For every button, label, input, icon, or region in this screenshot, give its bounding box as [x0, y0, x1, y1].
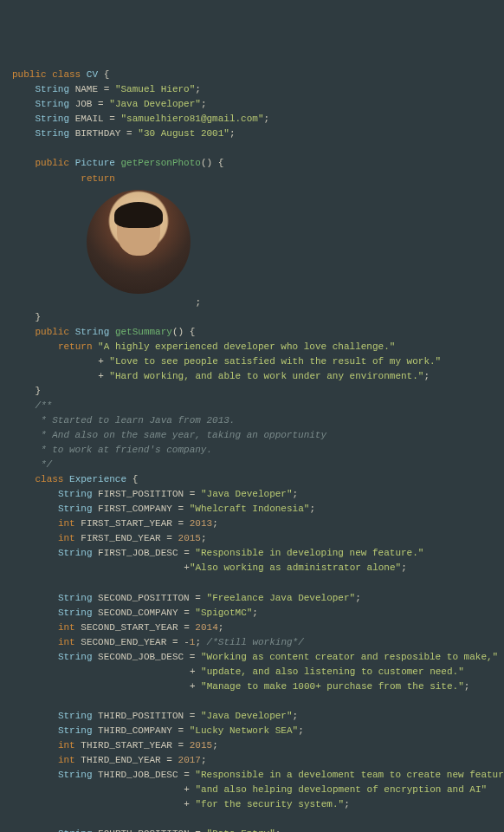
code-line: String FOURTH_POSITITON = "Data Entry";: [12, 827, 492, 832]
code-line: /**: [12, 399, 492, 413]
code-line: String JOB = "Java Developer";: [12, 97, 492, 112]
code-line: return: [12, 172, 492, 186]
code-line: String SECOND_JOB_DESC = "Working as con…: [12, 650, 492, 665]
code-line: public String getSummary() {: [12, 325, 492, 340]
code-line: * And also on the same year, taking an o…: [12, 428, 492, 443]
code-line: + "Hard working, and able to work under …: [12, 369, 492, 384]
code-line: + "Manage to make 1000+ purchase from th…: [12, 679, 492, 694]
code-line-blank: [12, 575, 492, 590]
code-line: * to work at friend's company.: [12, 443, 492, 458]
code-line: ;: [12, 296, 492, 310]
code-line: int SECOND_START_YEAR = 2014;: [12, 621, 492, 635]
code-line: String THIRD_POSITITON = "Java Developer…: [12, 709, 492, 724]
code-line: String SECOND_COMPANY = "SpigotMC";: [12, 606, 492, 621]
code-line-blank: [12, 694, 492, 709]
code-line: + "update, and also listening to custome…: [12, 665, 492, 679]
code-line: */: [12, 458, 492, 472]
code-line: String FIRST_JOB_DESC = "Responsible in …: [12, 546, 492, 561]
code-line: public Picture getPersonPhoto() {: [12, 156, 492, 171]
code-line: int THIRD_START_YEAR = 2015;: [12, 738, 492, 753]
code-line: public class CV {: [12, 68, 492, 82]
code-line: String BIRTHDAY = "30 August 2001";: [12, 127, 492, 141]
code-line: * Started to learn Java from 2013.: [12, 413, 492, 428]
code-line: int FIRST_START_YEAR = 2013;: [12, 517, 492, 531]
code-line: + "Love to see people satisfied with the…: [12, 354, 492, 369]
code-line: String THIRD_JOB_DESC = "Responsible in …: [12, 768, 492, 783]
code-line: }: [12, 310, 492, 325]
code-line: String SECOND_POSITITON = "Freelance Jav…: [12, 591, 492, 606]
code-line: int SECOND_END_YEAR = -1; /*Still workin…: [12, 635, 492, 650]
code-line: return "A highly experienced developer w…: [12, 340, 492, 354]
code-line: }: [12, 384, 492, 399]
code-line: int THIRD_END_YEAR = 2017;: [12, 753, 492, 768]
code-line: + "for the security system.";: [12, 797, 492, 812]
code-line: String EMAIL = "samuelhiero81@gmail.com"…: [12, 112, 492, 127]
code-line-blank: [12, 141, 492, 156]
code-line: String NAME = "Samuel Hiero";: [12, 82, 492, 97]
code-line: class Experience {: [12, 472, 492, 487]
code-line-blank: [12, 812, 492, 827]
code-line: String FIRST_POSITITON = "Java Developer…: [12, 487, 492, 502]
code-viewer: public class CV { String NAME = "Samuel …: [12, 68, 492, 832]
code-line: + "and also helping development of encry…: [12, 783, 492, 797]
code-line: int FIRST_END_YEAR = 2015;: [12, 531, 492, 546]
code-line: +"Also working as administrator alone";: [12, 561, 492, 575]
profile-photo: [87, 190, 191, 294]
code-line: String THIRD_COMPANY = "Lucky Network SE…: [12, 724, 492, 738]
code-line: String FIRST_COMPANY = "Whelcraft Indone…: [12, 502, 492, 517]
